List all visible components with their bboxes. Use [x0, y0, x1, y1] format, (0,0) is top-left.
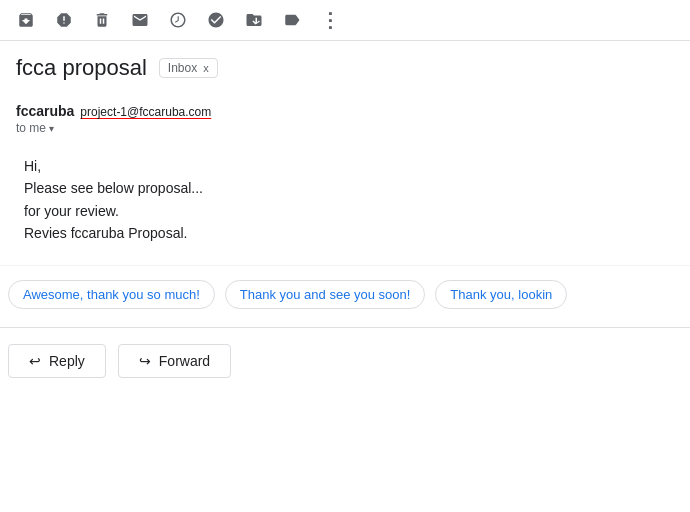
more-options-icon[interactable]: ⋮: [320, 10, 340, 30]
smart-reply-2[interactable]: Thank you and see you soon!: [225, 280, 426, 309]
move-to-icon[interactable]: [244, 10, 264, 30]
to-me-label: to me: [16, 121, 46, 135]
forward-icon: ↪: [139, 353, 151, 369]
toolbar: ⋮: [0, 0, 690, 41]
smart-reply-3[interactable]: Thank you, lookin: [435, 280, 567, 309]
inbox-badge-close[interactable]: x: [203, 62, 209, 74]
email-subject: fcca proposal: [16, 55, 147, 81]
inbox-badge-label: Inbox: [168, 61, 197, 75]
smart-replies: Awesome, thank you so much! Thank you an…: [0, 265, 690, 323]
delete-icon[interactable]: [92, 10, 112, 30]
sender-row: fccaruba project-1@fccaruba.com: [16, 103, 674, 119]
body-line-1: Hi,: [24, 155, 666, 177]
add-to-tasks-icon[interactable]: [206, 10, 226, 30]
smart-reply-1[interactable]: Awesome, thank you so much!: [8, 280, 215, 309]
forward-button[interactable]: ↪ Forward: [118, 344, 231, 378]
snooze-icon[interactable]: [168, 10, 188, 30]
reply-label: Reply: [49, 353, 85, 369]
action-buttons: ↩ Reply ↪ Forward: [0, 327, 690, 394]
reply-button[interactable]: ↩ Reply: [8, 344, 106, 378]
email-header: fccaruba project-1@fccaruba.com to me ▾: [16, 95, 674, 139]
archive-icon[interactable]: [16, 10, 36, 30]
mark-unread-icon[interactable]: [130, 10, 150, 30]
label-icon[interactable]: [282, 10, 302, 30]
email-body: Hi, Please see below proposal... for you…: [16, 139, 674, 265]
expand-recipients-icon[interactable]: ▾: [49, 123, 54, 134]
sender-email: project-1@fccaruba.com: [80, 105, 211, 119]
report-spam-icon[interactable]: [54, 10, 74, 30]
body-line-2: Please see below proposal...: [24, 177, 666, 199]
forward-label: Forward: [159, 353, 210, 369]
subject-area: fcca proposal Inbox x: [0, 41, 690, 87]
body-line-4: Revies fccaruba Proposal.: [24, 222, 666, 244]
reply-icon: ↩: [29, 353, 41, 369]
body-line-3: for your review.: [24, 200, 666, 222]
inbox-badge[interactable]: Inbox x: [159, 58, 218, 78]
sender-name: fccaruba: [16, 103, 74, 119]
to-me-row[interactable]: to me ▾: [16, 121, 674, 135]
email-container: fccaruba project-1@fccaruba.com to me ▾ …: [0, 87, 690, 265]
